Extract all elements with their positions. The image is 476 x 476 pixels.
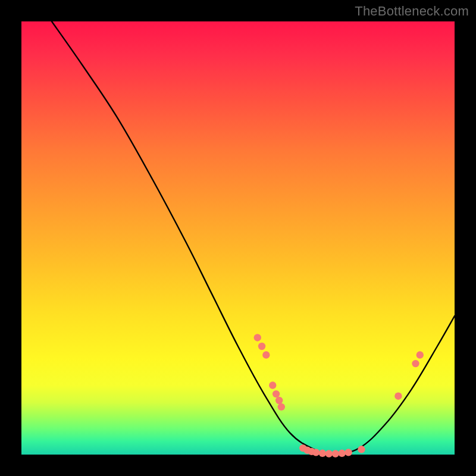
- data-dot: [312, 449, 320, 456]
- chart-stage: TheBottleneck.com: [0, 0, 476, 476]
- data-dot: [339, 450, 346, 457]
- data-dot: [319, 450, 326, 457]
- data-dot: [275, 397, 283, 404]
- data-dot: [278, 403, 285, 411]
- data-dot: [262, 351, 270, 358]
- bottleneck-curve: [52, 21, 455, 455]
- data-dot: [269, 381, 276, 389]
- curve-svg: [21, 21, 455, 455]
- data-dot: [345, 449, 352, 456]
- data-dots: [254, 334, 424, 458]
- data-dot: [332, 450, 339, 457]
- data-dot: [394, 393, 402, 400]
- data-dot: [325, 450, 333, 457]
- data-dot: [258, 343, 265, 350]
- data-dot: [254, 334, 261, 341]
- data-dot: [358, 446, 365, 453]
- data-dot: [273, 390, 280, 397]
- data-dot: [416, 351, 424, 358]
- data-dot: [412, 360, 419, 367]
- watermark-text: TheBottleneck.com: [355, 4, 469, 19]
- plot-area: [21, 21, 455, 455]
